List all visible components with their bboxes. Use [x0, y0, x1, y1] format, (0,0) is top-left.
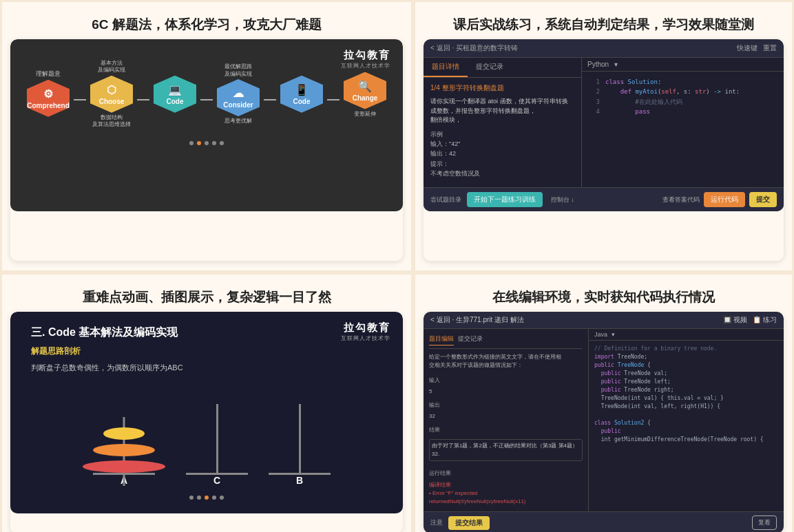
footer-note: 注意 [430, 518, 443, 527]
slide2-logo: 拉勾教育 互联网人才技术学 [341, 321, 390, 342]
code2-line-3: public TreeNode { [594, 361, 778, 370]
editor2-output-val: 32 [429, 413, 583, 419]
disc-small [103, 427, 145, 440]
quadrant-top-left: 6C 解题法，体系化学习，攻克大厂难题 拉勾教育 互联网人才技术学 理解题意 ⚙… [0, 0, 413, 273]
dot2-5 [220, 496, 224, 500]
editor2-left: 题目编辑 提交记录 给定一个整数形式作为链接的英文文字，请在不使用相交相关关系对… [424, 329, 589, 511]
hex-choose-icon: ⬡ [107, 83, 116, 96]
dot-3 [205, 141, 209, 145]
panel-body: 1/4 整形字符转换翻盘题 请你实现一个翻译器 atoi 函数，使其将字符串转换… [424, 78, 581, 187]
code-editor-box: < 返回 · 买租题意的数字转铸 快速键 重置 题目详情 提交记录 [424, 39, 784, 261]
dot2-3 [205, 496, 209, 500]
slide2-desc: 判断盘子总数奇偶性，为偶数所以顺序为ABC [31, 363, 382, 373]
code-area[interactable]: 1class Solution: 2 def myAtoi(self, s: s… [582, 72, 784, 187]
hex-change: 🔍 Change [344, 72, 386, 109]
editor2-problem-text: 给定一个整数形式作为链接的英文文字，请在不使用相交相关关系对于该题的做题情况如下… [429, 353, 583, 370]
hexagon-area: 理解题意 ⚙ Comprehend 基本方法及编码实现 ⬡ Choose [27, 60, 386, 136]
btn-submit[interactable]: 提交 [749, 192, 777, 207]
btn-run[interactable]: 运行代码 [704, 192, 745, 207]
editor-breadcrumb: < 返回 · 买租题意的数字转铸 [430, 43, 518, 53]
hex-change-label: Change [353, 94, 378, 102]
hex-consider: ☁ Consider [217, 79, 260, 116]
code2-line-9: class Solution2 { [594, 419, 778, 427]
slide-dark-area: 拉勾教育 互联网人才技术学 理解题意 ⚙ Comprehend [10, 39, 403, 211]
tab-problem[interactable]: 题目详情 [424, 58, 468, 77]
tab-submit-records[interactable]: 提交记录 [458, 334, 483, 345]
main-grid: 6C 解题法，体系化学习，攻克大厂难题 拉勾教育 互联网人才技术学 理解题意 ⚙… [0, 0, 794, 532]
pole-b-area: C [186, 404, 248, 486]
slide2-logo-main: 拉勾教育 [341, 321, 390, 334]
editor2-result-box: 由于对了第1题，第2题，不正确的结果对比（第3题 第4题）32. [429, 439, 583, 461]
code-line-2: 2 def myAtoi(self, s: str) -> int: [587, 87, 778, 96]
hex-code1-group: 💻 Code [154, 74, 196, 114]
code2-line-7: TreeNode(int val) { this.val = val; } [594, 394, 778, 403]
lang-python: Python [587, 61, 609, 68]
hex-comprehend-top-label: 理解题意 [36, 70, 61, 78]
view-icon[interactable]: 🔲 视频 [723, 315, 747, 325]
problem-desc: 请你实现一个翻译器 atoi 函数，使其将字符串转换成整数，并报告整形字符转换翻… [430, 97, 574, 125]
practice-icon[interactable]: 📋 练习 [753, 315, 777, 325]
connector-5 [327, 99, 339, 100]
hex-choose-label: Choose [99, 98, 125, 105]
connector-1 [74, 99, 86, 100]
pole-b-label: C [213, 475, 220, 486]
hex-change-icon: 🔍 [358, 80, 372, 93]
tab-submissions[interactable]: 提交记录 [468, 58, 512, 77]
connector-4 [264, 99, 276, 100]
code2-line-4: public TreeNode val; [594, 370, 778, 378]
problem-io: 示例 输入："42" 输出：42 提示： 不考虑空数情况及 [430, 129, 574, 179]
title-animation: 重难点动画、插图展示，复杂逻辑一目了然 [10, 281, 403, 312]
bottom-bar-right: 查看答案代码 运行代码 提交 [662, 192, 777, 207]
btn-review[interactable]: 复看 [752, 515, 777, 530]
disc-medium [93, 444, 155, 456]
hex-change-bottom-label: 变形延伸 [354, 111, 376, 118]
tab-editor[interactable]: 题目编辑 [429, 334, 454, 345]
hex-choose: ⬡ Choose [90, 76, 133, 113]
dot2-4 [212, 496, 216, 500]
hex-code1-icon: 💻 [168, 83, 182, 96]
btn-submit2[interactable]: 提交结果 [448, 516, 490, 530]
hex-consider-top-label: 最优解思路及编码实现 [224, 63, 252, 78]
editor-main: 题目详情 提交记录 1/4 整形字符转换翻盘题 请你实现一个翻译器 atoi 函… [424, 58, 784, 187]
dot2-1 [189, 496, 194, 500]
editor2-breadcrumb: < 返回 · 生异771.prit 递归 解法 [430, 315, 524, 325]
editor2-error-output: 编译结果 • Error "F" expected returnedNull(0… [429, 481, 583, 506]
slide-pagination [27, 141, 386, 145]
code-editor: < 返回 · 买租题意的数字转铸 快速键 重置 题目详情 提交记录 [424, 39, 784, 211]
code-editor2: < 返回 · 生异771.prit 递归 解法 🔲 视频 📋 练习 题目编辑 提… [424, 312, 784, 532]
discs-a [83, 427, 165, 473]
btn-next-problem[interactable]: 开始下一题练习训练 [467, 192, 543, 207]
slide-logo: 拉勾教育 互联网人才技术学 [341, 49, 390, 70]
console-label: 控制台 ↓ [551, 195, 574, 204]
dot-4 [212, 141, 216, 145]
editor2-input-val: 5 [429, 388, 583, 394]
slide2-pagination [31, 496, 382, 500]
quadrant-bottom-left: 重难点动画、插图展示，复杂逻辑一目了然 拉勾教育 互联网人才技术学 三. Cod… [0, 273, 413, 532]
editor-tabs-right: 快速键 重置 [737, 43, 777, 53]
lang-chevron[interactable]: ▾ [614, 61, 618, 68]
disc-large [83, 460, 165, 473]
hex-consider-icon: ☁ [233, 87, 244, 100]
title-practice: 课后实战练习，系统自动判定结果，学习效果随堂测 [424, 9, 784, 39]
tab-reset[interactable]: 重置 [763, 43, 777, 53]
slide2-box: 拉勾教育 互联网人才技术学 三. Code 基本解法及编码实现 解题思路剖析 判… [10, 312, 403, 532]
hex-code1-label: Code [167, 98, 184, 105]
code2-line-1: // Definition for a binary tree node. [594, 345, 778, 353]
dot-2 [197, 141, 201, 145]
editor2-code-area[interactable]: // Definition for a binary tree node. im… [589, 341, 784, 511]
view-code-link[interactable]: 查看答案代码 [662, 195, 700, 204]
slide-dark2: 拉勾教育 互联网人才技术学 三. Code 基本解法及编码实现 解题思路剖析 判… [10, 312, 403, 513]
editor-left-panel: 题目详情 提交记录 1/4 整形字符转换翻盘题 请你实现一个翻译器 atoi 函… [424, 58, 582, 187]
code2-line-8: TreeNode(int val, left, right(H1)) { [594, 403, 778, 411]
title-online-editor: 在线编辑环境，实时获知代码执行情况 [424, 281, 784, 312]
editor2-output-label: 输出 [429, 401, 583, 409]
code2-blank [594, 411, 778, 419]
hex-comprehend: ⚙ Comprehend [27, 80, 70, 117]
tab-quickkeys[interactable]: 快速键 [737, 43, 758, 53]
editor-right-panel: Python ▾ 1class Solution: 2 def myAtoi(s… [582, 58, 784, 187]
quadrant-bottom-right: 在线编辑环境，实时获知代码执行情况 < 返回 · 生异771.prit 递归 解… [413, 273, 794, 532]
lang-chevron2[interactable]: ▾ [612, 331, 615, 338]
code2-line-10: public [594, 427, 778, 436]
logo-sub: 互联网人才技术学 [341, 62, 390, 70]
problem-num: 1/4 整形字符转换翻盘题 [430, 83, 574, 93]
